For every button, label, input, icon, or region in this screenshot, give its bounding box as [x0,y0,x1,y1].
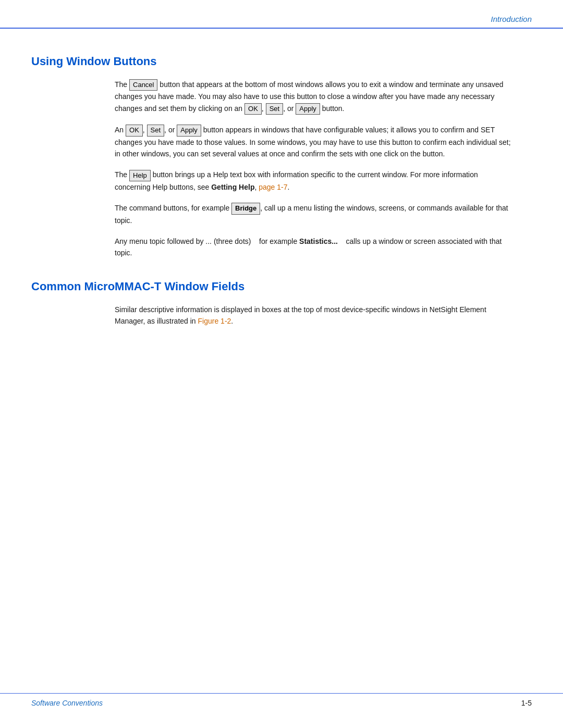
section-gap: Common MicroMMAC-T Window Fields Similar… [31,280,532,327]
footer-right-text: 1-5 [521,699,532,707]
paragraph-3: The Help button brings up a Help text bo… [115,169,511,193]
paragraph-4: The command buttons, for example Bridge,… [115,202,511,226]
section-heading-using-window-buttons: Using Window Buttons [31,55,532,68]
cancel-button-inline: Cancel [129,79,157,91]
main-content: Using Window Buttons The Cancel button t… [0,29,563,367]
page-container: Introduction Using Window Buttons The Ca… [0,0,563,728]
set-button-inline-2: Set [147,125,165,136]
section-body-using-window-buttons: The Cancel button that appears at the bo… [115,79,511,259]
statistics-bold: Statistics... [299,237,338,245]
paragraph-5: Any menu topic followed by ... (three do… [115,236,511,259]
apply-button-inline-1: Apply [296,103,320,115]
ok-button-inline-2: OK [126,125,143,136]
paragraph-2: An OK, Set, or Apply button appears in w… [115,124,511,159]
paragraph-1: The Cancel button that appears at the bo… [115,79,511,115]
set-button-inline-1: Set [266,103,284,115]
section-heading-common-micrommac: Common MicroMMAC-T Window Fields [31,280,532,293]
page-1-7-link[interactable]: page 1-7 [259,183,287,191]
ok-button-inline-1: OK [244,103,262,115]
getting-help-bold: Getting Help [211,183,254,191]
page-header: Introduction [0,0,563,29]
paragraph-common-1: Similar descriptive information is displ… [115,304,511,327]
apply-button-inline-2: Apply [177,125,201,136]
page-footer: Software Conventions 1-5 [0,693,563,707]
figure-1-2-link[interactable]: Figure 1-2 [198,317,231,325]
bridge-button-inline: Bridge [231,203,260,214]
help-button-inline: Help [129,170,151,181]
footer-left-text: Software Conventions [31,699,103,707]
section-body-common-micrommac: Similar descriptive information is displ… [115,304,511,327]
header-title: Introduction [491,15,532,23]
